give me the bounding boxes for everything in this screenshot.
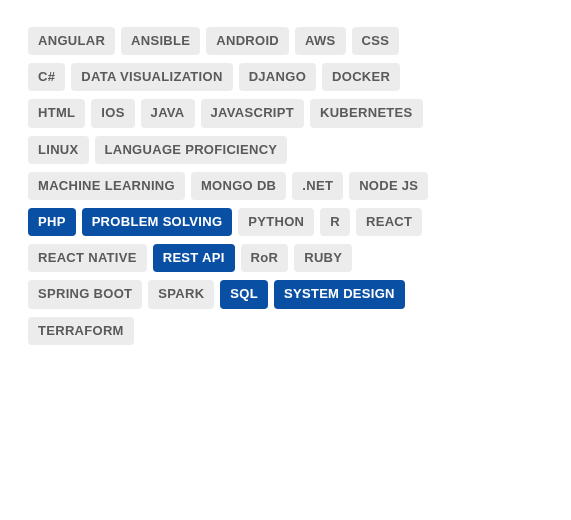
tag-filter-container: ANGULARANSIBLEANDROIDAWSCSSC#DATA VISUAL… (28, 27, 438, 345)
tag-spring-boot[interactable]: SPRING BOOT (28, 280, 142, 308)
tag-problem-solving[interactable]: PROBLEM SOLVING (82, 208, 233, 236)
tag-django[interactable]: DJANGO (239, 63, 316, 91)
tag-ios[interactable]: IOS (91, 99, 134, 127)
tag-mongo-db[interactable]: MONGO DB (191, 172, 286, 200)
tag-ansible[interactable]: ANSIBLE (121, 27, 200, 55)
tag-ror[interactable]: RoR (241, 244, 289, 272)
tag-java[interactable]: JAVA (141, 99, 195, 127)
tag-spark[interactable]: SPARK (148, 280, 214, 308)
tag-css[interactable]: CSS (352, 27, 400, 55)
tag-machine-learning[interactable]: MACHINE LEARNING (28, 172, 185, 200)
tag-react[interactable]: REACT (356, 208, 422, 236)
tag-language-proficiency[interactable]: LANGUAGE PROFICIENCY (95, 136, 288, 164)
tag-php[interactable]: PHP (28, 208, 76, 236)
tag-javascript[interactable]: JAVASCRIPT (201, 99, 304, 127)
tag-sql[interactable]: SQL (220, 280, 268, 308)
tag-ruby[interactable]: RUBY (294, 244, 352, 272)
tag-data-visualization[interactable]: DATA VISUALIZATION (71, 63, 232, 91)
tag-terraform[interactable]: TERRAFORM (28, 317, 134, 345)
tag-c[interactable]: C# (28, 63, 65, 91)
tag-net[interactable]: .NET (292, 172, 343, 200)
tag-aws[interactable]: AWS (295, 27, 346, 55)
tag-docker[interactable]: DOCKER (322, 63, 400, 91)
tag-node-js[interactable]: NODE JS (349, 172, 428, 200)
tag-react-native[interactable]: REACT NATIVE (28, 244, 147, 272)
tag-linux[interactable]: LINUX (28, 136, 89, 164)
tag-rest-api[interactable]: REST API (153, 244, 235, 272)
tag-angular[interactable]: ANGULAR (28, 27, 115, 55)
tag-kubernetes[interactable]: KUBERNETES (310, 99, 423, 127)
tag-system-design[interactable]: SYSTEM DESIGN (274, 280, 405, 308)
tag-android[interactable]: ANDROID (206, 27, 289, 55)
tag-r[interactable]: R (320, 208, 350, 236)
tag-python[interactable]: PYTHON (238, 208, 314, 236)
tag-html[interactable]: HTML (28, 99, 85, 127)
